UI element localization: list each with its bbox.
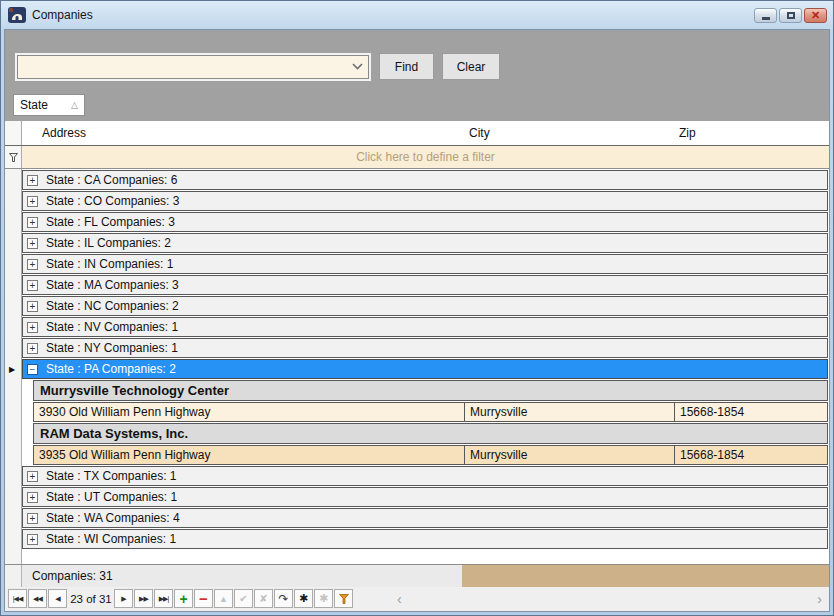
column-header-zip[interactable]: Zip <box>673 121 829 145</box>
sort-ascending-icon: △ <box>71 101 78 110</box>
group-label: State : FL Companies: 3 <box>46 215 175 229</box>
group-row-pa-selected[interactable]: ▶ − State : PA Companies: 2 <box>22 359 828 379</box>
nav-next-button[interactable]: ▶ <box>114 589 133 608</box>
column-header-address[interactable]: Address <box>22 121 463 145</box>
group-row-co[interactable]: + State : CO Companies: 3 <box>22 191 828 211</box>
group-row-nc[interactable]: + State : NC Companies: 2 <box>22 296 828 316</box>
group-by-field-state[interactable]: State △ <box>13 94 85 116</box>
search-input[interactable] <box>17 55 369 79</box>
group-label: State : MA Companies: 3 <box>46 278 179 292</box>
nav-last-button[interactable]: ▶▶| <box>154 589 173 608</box>
nav-cancel-button[interactable]: ✘ <box>254 589 273 608</box>
group-row-ny[interactable]: + State : NY Companies: 1 <box>22 338 828 358</box>
nav-edit-button[interactable]: ▲ <box>214 589 233 608</box>
expand-icon[interactable]: + <box>27 513 38 524</box>
search-combobox[interactable] <box>15 53 371 81</box>
expand-icon[interactable]: + <box>27 196 38 207</box>
group-row-wi[interactable]: + State : WI Companies: 1 <box>22 529 828 549</box>
expand-icon[interactable]: + <box>27 175 38 186</box>
expand-icon[interactable]: + <box>27 534 38 545</box>
chevron-down-icon[interactable] <box>352 63 363 70</box>
nav-first-button[interactable]: |◀◀ <box>8 589 27 608</box>
group-row-nv[interactable]: + State : NV Companies: 1 <box>22 317 828 337</box>
expand-icon[interactable]: + <box>27 259 38 270</box>
minimize-icon <box>762 17 770 20</box>
group-row-tx[interactable]: + State : TX Companies: 1 <box>22 466 828 486</box>
app-logo-icon <box>8 7 26 23</box>
table-row[interactable]: 3930 Old William Penn Highway Murrysvill… <box>33 402 828 422</box>
expand-icon[interactable]: + <box>27 280 38 291</box>
nav-delete-button[interactable]: − <box>194 589 213 608</box>
group-by-panel[interactable]: State △ <box>5 89 829 121</box>
cell-city[interactable]: Murrysville <box>464 446 674 464</box>
company-name: Murrysville Technology Center <box>40 383 229 398</box>
cell-zip[interactable]: 15668-1854 <box>674 403 827 421</box>
group-label: State : NC Companies: 2 <box>46 299 179 313</box>
cell-address[interactable]: 3930 Old William Penn Highway <box>34 403 464 421</box>
group-row-il[interactable]: + State : IL Companies: 2 <box>22 233 828 253</box>
nav-insert-button[interactable]: + <box>174 589 193 608</box>
collapse-icon[interactable]: − <box>27 364 38 375</box>
horizontal-scrollbar[interactable]: ‹ › <box>393 589 826 608</box>
nav-filter-button[interactable] <box>334 589 353 608</box>
cell-zip[interactable]: 15668-1854 <box>674 446 827 464</box>
nav-next-page-button[interactable]: ▶▶ <box>134 589 153 608</box>
group-label: State : NY Companies: 1 <box>46 341 178 355</box>
find-button[interactable]: Find <box>379 53 434 80</box>
scroll-left-icon[interactable]: ‹ <box>397 591 402 607</box>
group-row-ca[interactable]: + State : CA Companies: 6 <box>22 170 828 190</box>
group-row-in[interactable]: + State : IN Companies: 1 <box>22 254 828 274</box>
group-label: State : CO Companies: 3 <box>46 194 179 208</box>
scroll-right-icon[interactable]: › <box>817 591 822 607</box>
filter-row[interactable]: Click here to define a filter <box>5 146 829 169</box>
title-bar[interactable]: Companies ✕ <box>4 1 830 29</box>
group-row-fl[interactable]: + State : FL Companies: 3 <box>22 212 828 232</box>
close-button[interactable]: ✕ <box>804 8 827 23</box>
group-label: State : CA Companies: 6 <box>46 173 177 187</box>
minimize-button[interactable] <box>754 8 777 23</box>
filter-prompt[interactable]: Click here to define a filter <box>22 146 829 168</box>
expand-icon[interactable]: + <box>27 322 38 333</box>
funnel-orange-icon <box>339 594 349 604</box>
expand-icon[interactable]: + <box>27 301 38 312</box>
nav-prior-button[interactable]: ◀ <box>48 589 67 608</box>
grid-rows-area: + State : CA Companies: 6 + State : CO C… <box>5 169 829 564</box>
nav-refresh-button[interactable]: ↷ <box>274 589 293 608</box>
group-label: State : NV Companies: 1 <box>46 320 178 334</box>
group-label: State : UT Companies: 1 <box>46 490 177 504</box>
group-row-ma[interactable]: + State : MA Companies: 3 <box>22 275 828 295</box>
expand-icon[interactable]: + <box>27 492 38 503</box>
group-row-wa[interactable]: + State : WA Companies: 4 <box>22 508 828 528</box>
window-frame: Companies ✕ Find Clear Sta <box>1 1 833 615</box>
expand-icon[interactable]: + <box>27 343 38 354</box>
cell-city[interactable]: Murrysville <box>464 403 674 421</box>
cell-address[interactable]: 3935 Old William Penn Highway <box>34 446 464 464</box>
group-row-ut[interactable]: + State : UT Companies: 1 <box>22 487 828 507</box>
company-band[interactable]: RAM Data Systems, Inc. <box>33 423 828 444</box>
nav-prior-page-button[interactable]: ◀◀ <box>28 589 47 608</box>
expand-icon[interactable]: + <box>27 217 38 228</box>
group-label: State : WI Companies: 1 <box>46 532 176 546</box>
window-title: Companies <box>32 8 93 22</box>
filter-indicator-cell <box>5 146 22 168</box>
group-label: State : PA Companies: 2 <box>46 362 176 376</box>
group-label: State : IN Companies: 1 <box>46 257 173 271</box>
group-label: State : TX Companies: 1 <box>46 469 177 483</box>
funnel-icon <box>9 153 18 162</box>
column-header-city[interactable]: City <box>463 121 673 145</box>
nav-goto-bookmark-button[interactable]: ✱ <box>314 589 333 608</box>
expand-icon[interactable]: + <box>27 471 38 482</box>
nav-post-button[interactable]: ✔ <box>234 589 253 608</box>
window-content: Find Clear State △ Address City Zip <box>4 29 830 612</box>
group-label: State : WA Companies: 4 <box>46 511 180 525</box>
table-row-focused[interactable]: 3935 Old William Penn Highway Murrysvill… <box>33 445 828 465</box>
close-icon: ✕ <box>811 10 820 21</box>
header-indicator-cell <box>5 121 22 145</box>
column-header-row: Address City Zip <box>5 121 829 146</box>
clear-button[interactable]: Clear <box>442 53 500 80</box>
restore-button[interactable] <box>779 8 802 23</box>
expand-icon[interactable]: + <box>27 238 38 249</box>
company-band[interactable]: Murrysville Technology Center <box>33 380 828 401</box>
nav-set-bookmark-button[interactable]: ✱ <box>294 589 313 608</box>
record-count-summary: Companies: 31 <box>32 569 113 583</box>
